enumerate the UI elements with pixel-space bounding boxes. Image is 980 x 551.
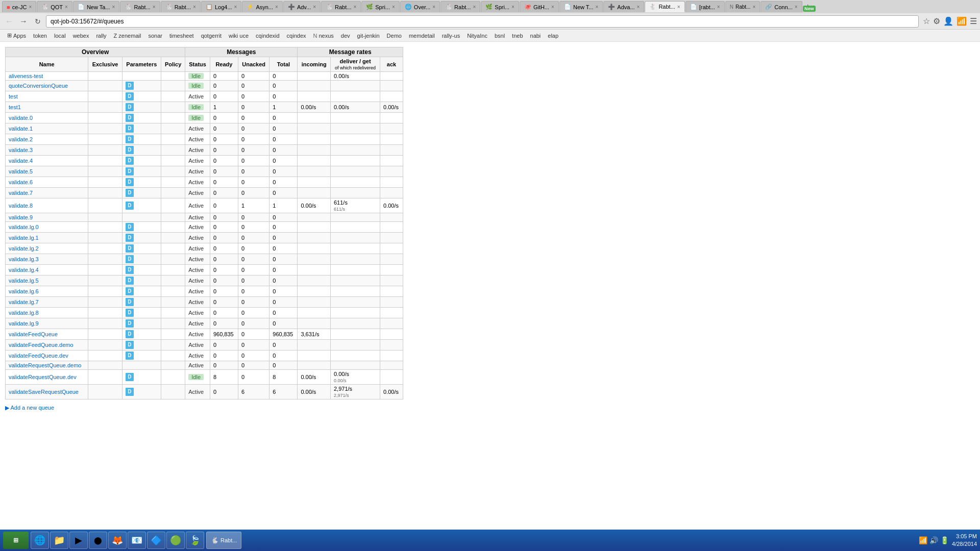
cell-name[interactable]: validateRequestQueue.dev bbox=[6, 370, 88, 385]
bookmark-nabi[interactable]: nabi bbox=[527, 31, 544, 41]
tab-conn[interactable]: 🔗Conn...× bbox=[761, 1, 802, 12]
cell-name[interactable]: validate.lg.8 bbox=[6, 308, 88, 318]
cell-name[interactable]: validate.2 bbox=[6, 134, 88, 145]
cell-name[interactable]: validate.4 bbox=[6, 156, 88, 166]
bookmark-cqindex[interactable]: cqindex bbox=[284, 31, 309, 41]
add-queue-link[interactable]: Add a new queue bbox=[5, 405, 54, 411]
menu-icon[interactable]: ☰ bbox=[970, 16, 977, 26]
cell-name[interactable]: validateFeedQueue bbox=[6, 329, 88, 340]
bookmark-apps[interactable]: ⊞Apps bbox=[4, 31, 29, 41]
bookmark-nexus[interactable]: N nexus bbox=[310, 31, 337, 41]
cell-name[interactable]: validate.6 bbox=[6, 177, 88, 188]
firefox-icon[interactable]: 🦊 bbox=[108, 532, 127, 549]
cell-name[interactable]: validate.lg.9 bbox=[6, 318, 88, 329]
cell-name[interactable]: validate.lg.3 bbox=[6, 254, 88, 265]
tab-rabt4[interactable]: 🐇Rabt...× bbox=[440, 1, 480, 12]
tab-rabt-sq[interactable]: 📄[rabt...× bbox=[685, 1, 725, 12]
app7-icon[interactable]: 🔷 bbox=[147, 532, 165, 549]
tab-rabt1[interactable]: 🐇Rabt...× bbox=[120, 1, 160, 12]
explorer-icon[interactable]: 📁 bbox=[50, 532, 68, 549]
cell-name[interactable]: validate.8 bbox=[6, 198, 88, 213]
ie-icon[interactable]: 🌐 bbox=[31, 532, 49, 549]
cell-name[interactable]: validateFeedQueue.dev bbox=[6, 350, 88, 361]
bookmark-timesheet[interactable]: timesheet bbox=[166, 31, 197, 41]
tab-adv1[interactable]: ➕Adv...× bbox=[283, 1, 321, 12]
cell-name[interactable]: validate.1 bbox=[6, 123, 88, 134]
forward-button[interactable]: → bbox=[17, 15, 30, 28]
media-icon[interactable]: ▶ bbox=[69, 532, 88, 549]
cell-name[interactable]: validate.lg.4 bbox=[6, 265, 88, 276]
app8-icon[interactable]: 🟢 bbox=[166, 532, 185, 549]
back-button[interactable]: ← bbox=[3, 15, 15, 28]
cell-name[interactable]: validate.7 bbox=[6, 188, 88, 198]
bookmark-dev[interactable]: dev bbox=[338, 31, 353, 41]
bookmark-demo[interactable]: Demo bbox=[384, 31, 405, 41]
tab-github[interactable]: 🐙GitH...× bbox=[520, 1, 559, 12]
bookmark-tneb[interactable]: tneb bbox=[509, 31, 526, 41]
cell-name[interactable]: validate.5 bbox=[6, 166, 88, 177]
tab-adva[interactable]: ➕Adva...× bbox=[603, 1, 644, 12]
bookmark-star-icon[interactable]: ☆ bbox=[923, 16, 930, 26]
settings-icon[interactable]: ⚙ bbox=[933, 16, 940, 26]
network-icon[interactable]: 📶 bbox=[919, 536, 927, 544]
tab-new1[interactable]: 📄New Ta...× bbox=[73, 1, 120, 12]
bookmark-gitjenkin[interactable]: git-jenkin bbox=[354, 31, 383, 41]
tab-qot[interactable]: 🐇QOT× bbox=[37, 1, 72, 12]
bookmark-local[interactable]: local bbox=[51, 31, 69, 41]
bookmark-rally[interactable]: rally bbox=[93, 31, 109, 41]
table-row: validate.lg.0 D Active 0 0 0 bbox=[6, 222, 403, 233]
tab-spri1[interactable]: 🌿Spri...× bbox=[361, 1, 400, 12]
system-clock[interactable]: 3:05 PM 4/28/2014 bbox=[952, 533, 977, 548]
table-row: validate.9 Active 0 0 0 bbox=[6, 213, 403, 222]
volume-icon[interactable]: 🔊 bbox=[929, 536, 938, 544]
cell-status: Idle bbox=[185, 113, 210, 123]
cell-name[interactable]: validate.lg.6 bbox=[6, 286, 88, 297]
cell-name[interactable]: test1 bbox=[6, 102, 88, 113]
tab-over[interactable]: 🌐Over...× bbox=[400, 1, 440, 12]
tab-rabt-active[interactable]: 🐇Rabt...× bbox=[645, 1, 684, 12]
bookmark-nityainc[interactable]: NityaInc bbox=[464, 31, 491, 41]
bookmark-token[interactable]: token bbox=[30, 31, 50, 41]
cell-name[interactable]: test bbox=[6, 91, 88, 102]
tab-rabt2[interactable]: 🐇Rabt...× bbox=[161, 1, 201, 12]
start-button[interactable]: ⊞ bbox=[3, 532, 29, 549]
cell-name[interactable]: validate.lg.2 bbox=[6, 243, 88, 254]
cell-name[interactable]: validate.0 bbox=[6, 113, 88, 123]
cell-name[interactable]: aliveness-test bbox=[6, 72, 88, 81]
chrome-icon[interactable]: ⬤ bbox=[89, 532, 107, 549]
cell-name[interactable]: validate.lg.0 bbox=[6, 222, 88, 233]
bookmark-cqindexid[interactable]: cqindexid bbox=[253, 31, 282, 41]
address-bar[interactable] bbox=[46, 15, 919, 28]
tab-rabt3[interactable]: 🐇Rabt...× bbox=[321, 1, 361, 12]
cell-name[interactable]: validateFeedQueue.demo bbox=[6, 340, 88, 350]
bookmark-zenemail[interactable]: Z zenemail bbox=[111, 31, 144, 41]
bookmark-memdetail[interactable]: memdetail bbox=[406, 31, 438, 41]
app9-icon[interactable]: 🍃 bbox=[186, 532, 204, 549]
tab-ce-jc[interactable]: ■ce-JC× bbox=[2, 1, 36, 12]
cell-name[interactable]: validate.lg.1 bbox=[6, 233, 88, 243]
refresh-button[interactable]: ↻ bbox=[32, 15, 44, 28]
tab-spri2[interactable]: 🌿Spri...× bbox=[481, 1, 519, 12]
cell-name[interactable]: validate.lg.7 bbox=[6, 297, 88, 308]
cell-name[interactable]: validate.3 bbox=[6, 145, 88, 156]
bookmark-sonar[interactable]: sonar bbox=[145, 31, 165, 41]
bookmark-webex[interactable]: webex bbox=[70, 31, 92, 41]
outlook-icon[interactable]: 📧 bbox=[128, 532, 146, 549]
cell-name[interactable]: quoteConversionQueue bbox=[6, 81, 88, 91]
bookmark-wikiuce[interactable]: wiki uce bbox=[226, 31, 252, 41]
running-rabt[interactable]: 🐇 Rabt... bbox=[206, 532, 241, 549]
cell-name[interactable]: validate.9 bbox=[6, 213, 88, 222]
cell-name[interactable]: validate.lg.5 bbox=[6, 276, 88, 286]
cell-name[interactable]: validateRequestQueue.demo bbox=[6, 361, 88, 370]
tab-log4[interactable]: 📋Log4...× bbox=[201, 1, 241, 12]
user-icon[interactable]: 👤 bbox=[943, 16, 953, 26]
windows-icon: ⊞ bbox=[13, 537, 18, 544]
tab-n-rabt[interactable]: NRabt...× bbox=[725, 1, 761, 12]
cell-name[interactable]: validateSaveRequestQueue bbox=[6, 385, 88, 399]
bookmark-elap[interactable]: elap bbox=[545, 31, 561, 41]
bookmark-bsnl[interactable]: bsnl bbox=[492, 31, 508, 41]
tab-newt[interactable]: 📄New T...× bbox=[559, 1, 603, 12]
bookmark-rallyus[interactable]: rally-us bbox=[439, 31, 463, 41]
bookmark-qotgerrit[interactable]: qotgerrit bbox=[198, 31, 225, 41]
tab-async[interactable]: ⚡Asyn...× bbox=[242, 1, 282, 12]
